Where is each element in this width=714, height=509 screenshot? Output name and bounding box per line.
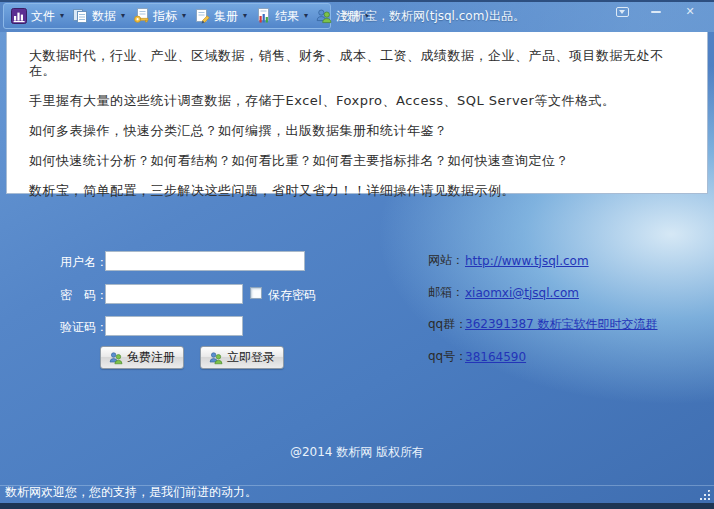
captcha-label: 验证码： — [60, 319, 106, 336]
status-message: 数析网欢迎您，您的支持，是我们前进的动力。 — [5, 484, 257, 501]
menu-item-label: 结果 — [275, 8, 299, 25]
qq-number-label: qq号： — [428, 348, 465, 365]
login-now-button-label: 立即登录 — [227, 349, 275, 366]
intro-paragraph: 如何快速统计分析？如何看结构？如何看比重？如何看主要指标排名？如何快速查询定位？ — [29, 153, 685, 168]
toolbar: 文件 ▾ 数据 ▾ — [3, 3, 331, 29]
menu-item-label: 数据 — [92, 8, 116, 25]
two-people-icon — [109, 351, 123, 365]
menu-item-label: 集册 — [214, 8, 238, 25]
free-register-button-label: 免费注册 — [127, 349, 175, 366]
menu-item-label: 文件 — [31, 8, 55, 25]
doc-chart-icon — [255, 8, 271, 24]
contact-row-website: 网站： http://www.tjsql.com — [428, 252, 589, 269]
menu-item-result[interactable]: 结果 ▾ — [251, 5, 312, 27]
menu-item-file[interactable]: 文件 ▾ — [7, 5, 68, 27]
username-input[interactable] — [105, 251, 305, 271]
login-now-button[interactable]: 立即登录 — [200, 346, 284, 369]
contact-row-email: 邮箱： xiaomxi@tjsql.com — [428, 284, 579, 301]
qq-group-label: qq群： — [428, 316, 465, 333]
two-people-icon — [209, 351, 223, 365]
intro-paragraph: 如何多表操作，快速分类汇总？如何编撰，出版数据集册和统计年鉴？ — [29, 123, 685, 138]
two-people-icon — [316, 8, 332, 24]
contact-row-qq-number: qq号： 38164590 — [428, 348, 526, 365]
menu-item-album[interactable]: 集册 ▾ — [190, 5, 251, 27]
website-label: 网站： — [428, 252, 465, 269]
username-label: 用户名： — [60, 254, 106, 271]
intro-paragraph: 大数据时代，行业、产业、区域数据，销售、财务、成本、工资、成绩数据，企业、产品、… — [29, 48, 685, 78]
intro-paragraph: 数析宝，简单配置，三步解决这些问题，省时又省力！！详细操作请见数据示例。 — [29, 183, 685, 198]
menu-item-label: 指标 — [153, 8, 177, 25]
window-title: 数析宝，数析网(tjsql.com)出品。 — [341, 2, 525, 30]
free-register-button[interactable]: 免费注册 — [100, 346, 184, 369]
titlebar[interactable]: 文件 ▾ 数据 ▾ — [0, 2, 714, 32]
minimize-button[interactable] — [644, 4, 668, 19]
intro-panel: 大数据时代，行业、产业、区域数据，销售、财务、成本、工资、成绩数据，企业、产品、… — [6, 32, 708, 194]
email-link[interactable]: xiaomxi@tjsql.com — [465, 286, 579, 300]
app-window: 文件 ▾ 数据 ▾ — [0, 0, 714, 509]
doc-key-icon — [133, 8, 149, 24]
qq-number-link[interactable]: 38164590 — [465, 350, 526, 364]
close-button[interactable]: ✕ — [678, 4, 702, 19]
save-password-checkbox[interactable] — [250, 287, 262, 299]
intro-paragraph: 手里握有大量的这些统计调查数据，存储于Excel、Foxpro、Access、S… — [29, 93, 685, 108]
copyright-text: @2014 数析网 版权所有 — [0, 444, 714, 461]
dropdown-arrow-icon: ▾ — [121, 12, 125, 20]
dropdown-arrow-icon: ▾ — [60, 12, 64, 20]
close-icon: ✕ — [685, 6, 694, 17]
email-label: 邮箱： — [428, 284, 465, 301]
resize-grip[interactable] — [700, 490, 711, 501]
window-bottom-edge — [0, 503, 714, 509]
statusbar: 数析网欢迎您，您的支持，是我们前进的动力。 — [0, 485, 714, 503]
password-input[interactable] — [105, 284, 243, 304]
qq-group-link[interactable]: 362391387 数析宝软件即时交流群 — [465, 316, 658, 333]
dropdown-arrow-icon: ▾ — [304, 12, 308, 20]
restore-box-icon — [616, 7, 629, 17]
website-link[interactable]: http://www.tjsql.com — [465, 254, 589, 268]
dropdown-arrow-icon: ▾ — [182, 12, 186, 20]
app-logo-icon — [11, 8, 27, 24]
menu-item-metric[interactable]: 指标 ▾ — [129, 5, 190, 27]
doc-pen-icon — [194, 8, 210, 24]
save-password-label: 保存密码 — [268, 287, 316, 304]
password-label: 密 码： — [60, 287, 106, 304]
window-controls: ✕ — [610, 4, 702, 19]
minimize-icon — [651, 11, 661, 13]
contact-row-qq-group: qq群： 362391387 数析宝软件即时交流群 — [428, 316, 658, 333]
dropdown-arrow-icon: ▾ — [243, 12, 247, 20]
copy-sheets-icon — [72, 8, 88, 24]
captcha-input[interactable] — [105, 316, 243, 336]
menu-item-data[interactable]: 数据 ▾ — [68, 5, 129, 27]
restore-box-button[interactable] — [610, 4, 634, 19]
